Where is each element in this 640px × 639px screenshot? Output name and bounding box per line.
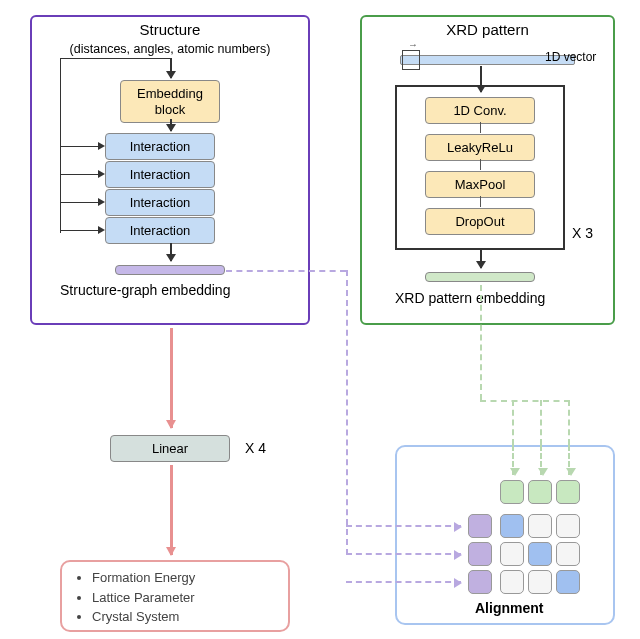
- dash-arrow: [346, 553, 461, 555]
- arrowhead: [98, 226, 105, 234]
- linear-repeat: X 4: [245, 440, 266, 456]
- xrd-embedding-bar: [425, 272, 535, 282]
- dash-line: [346, 270, 348, 555]
- align-matrix: [500, 514, 580, 594]
- skip-line: [60, 230, 103, 231]
- align-cell: [528, 480, 552, 504]
- maxpool-layer: MaxPool: [425, 171, 535, 198]
- structure-embedding-bar: [115, 265, 225, 275]
- xrd-repeat: X 3: [572, 225, 593, 241]
- linear-block: Linear: [110, 435, 230, 462]
- leakyrelu-layer: LeakyReLu: [425, 134, 535, 161]
- line: [480, 122, 481, 133]
- vector-window: [402, 50, 420, 70]
- output-list: Formation Energy Lattice Parameter Cryst…: [74, 568, 276, 627]
- arrowhead: [98, 142, 105, 150]
- structure-out-label: Structure-graph embedding: [60, 282, 230, 298]
- align-cell: [556, 570, 580, 594]
- skip-line: [60, 202, 103, 203]
- align-cell: [528, 514, 552, 538]
- align-cell: [468, 542, 492, 566]
- line: [480, 196, 481, 207]
- align-cell: [556, 480, 580, 504]
- arrowhead: [98, 198, 105, 206]
- red-arrow: [170, 328, 173, 428]
- output-item: Formation Energy: [92, 568, 276, 588]
- interaction-block: Interaction: [105, 189, 215, 216]
- dash-arrow: [568, 445, 570, 475]
- output-panel: Formation Energy Lattice Parameter Cryst…: [60, 560, 290, 632]
- xrd-title: XRD pattern: [362, 21, 613, 38]
- output-item: Lattice Parameter: [92, 588, 276, 608]
- xrd-out-label: XRD pattern embedding: [395, 290, 545, 306]
- dash-line: [568, 400, 570, 445]
- output-item: Crystal System: [92, 607, 276, 627]
- interaction-block: Interaction: [105, 161, 215, 188]
- vector-label: 1D vector: [545, 50, 596, 64]
- embedding-block: Embedding block: [120, 80, 220, 123]
- align-cell: [500, 570, 524, 594]
- arrow: [170, 119, 172, 131]
- skip-line: [60, 58, 170, 59]
- structure-title: Structure: [32, 21, 308, 38]
- dash-line: [540, 400, 542, 445]
- align-cell: [556, 514, 580, 538]
- align-cell: [500, 514, 524, 538]
- arrowhead: [98, 170, 105, 178]
- align-cell: [528, 542, 552, 566]
- dash-line: [480, 285, 482, 400]
- align-cell: [556, 542, 580, 566]
- dash-line: [226, 270, 346, 272]
- align-cell: [500, 480, 524, 504]
- skip-line: [60, 146, 103, 147]
- red-arrow: [170, 465, 173, 555]
- align-cell: [528, 570, 552, 594]
- dash-arrow: [512, 445, 514, 475]
- align-left-col: [468, 514, 492, 594]
- dash-arrow: [346, 581, 461, 583]
- align-top-row: [500, 480, 580, 504]
- dash-arrow: [540, 445, 542, 475]
- line: [480, 159, 481, 170]
- align-cell: [500, 542, 524, 566]
- dash-line: [512, 400, 514, 445]
- interaction-block: Interaction: [105, 133, 215, 160]
- dropout-layer: DropOut: [425, 208, 535, 235]
- alignment-label: Alignment: [475, 600, 543, 616]
- align-cell: [468, 570, 492, 594]
- dash-arrow: [346, 525, 461, 527]
- conv-layer: 1D Conv.: [425, 97, 535, 124]
- slide-arrow-icon: →: [408, 39, 418, 50]
- skip-line: [60, 174, 103, 175]
- arrow: [170, 243, 172, 261]
- interaction-block: Interaction: [105, 217, 215, 244]
- dash-line: [480, 400, 570, 402]
- arrow: [170, 58, 172, 78]
- align-cell: [468, 514, 492, 538]
- arrow: [480, 250, 482, 268]
- structure-subtitle: (distances, angles, atomic numbers): [32, 42, 308, 56]
